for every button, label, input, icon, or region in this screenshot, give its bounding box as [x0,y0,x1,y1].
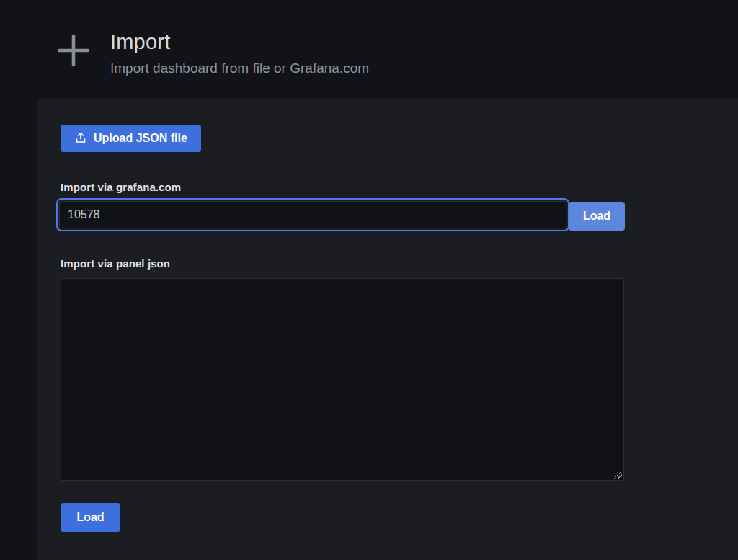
page-header: Import Import dashboard from file or Gra… [0,0,738,99]
upload-json-button[interactable]: Upload JSON file [61,125,201,152]
gcom-load-button[interactable]: Load [569,202,625,231]
panel-json-textarea[interactable] [61,278,624,481]
page-title: Import [110,30,170,54]
gcom-input-focus-ring [56,198,569,231]
gcom-id-input[interactable] [59,201,566,228]
page-subtitle: Import dashboard from file or Grafana.co… [110,61,369,76]
plus-icon [55,32,92,68]
import-panel: Upload JSON file Import via grafana.com … [37,99,738,560]
upload-json-button-label: Upload JSON file [94,132,187,145]
gcom-field-label: Import via grafana.com [61,181,181,193]
panel-json-load-button[interactable]: Load [61,503,120,532]
panel-json-field-label: Import via panel json [61,257,170,270]
upload-icon [74,131,87,144]
